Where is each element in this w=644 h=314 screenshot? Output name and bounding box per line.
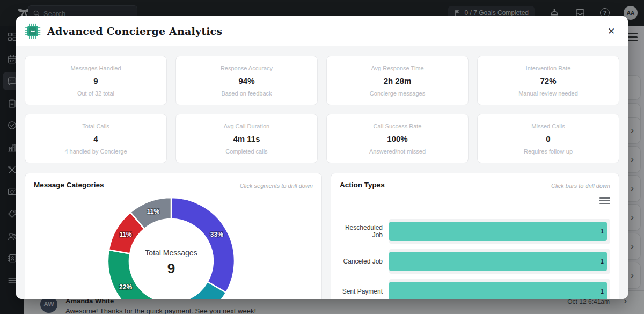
stat-subtext: Completed calls	[225, 148, 267, 155]
stat-card-messages-handled: Messages Handled9Out of 32 total	[25, 56, 167, 105]
stat-card-missed-calls: Missed Calls0Requires follow-up	[477, 114, 619, 163]
stat-value: 72%	[540, 76, 556, 85]
pie-segment-label: 11%	[119, 231, 132, 238]
donut-center-value: 9	[167, 260, 175, 276]
stat-card-call-success-rate: Call Success Rate100%Answered/not missed	[326, 114, 469, 163]
stat-subtext: Manual review needed	[518, 90, 578, 97]
analytics-modal: Advanced Concierge Analytics ✕ Messages …	[16, 16, 628, 299]
pie-segment-label: 11%	[147, 208, 160, 215]
charts-row: Message Categories Click segments to dri…	[25, 173, 619, 299]
stats-row-calls: Total Calls44 handled by Concierge Avg C…	[25, 114, 619, 163]
bar-value-label: 1	[601, 288, 604, 295]
pie-segment-label: 22%	[119, 283, 132, 291]
action-types-panel: Action Types Click bars to drill down Re…	[331, 173, 619, 299]
stat-card-avg-response-time: Avg Response Time2h 28mConcierge message…	[326, 56, 469, 105]
concierge-chip-icon	[25, 23, 41, 39]
message-categories-panel: Message Categories Click segments to dri…	[25, 173, 322, 299]
stat-subtext: Concierge messages	[370, 90, 425, 97]
bar[interactable]: 1	[389, 252, 607, 271]
bar-row: Sent Payment1	[340, 279, 610, 299]
bar-track: 1	[389, 249, 610, 274]
pie-segment[interactable]	[108, 250, 157, 299]
donut-chart: Total Messages 9 33%22%22%11%11%	[34, 196, 313, 299]
bar-category-label: Rescheduled Job	[340, 224, 389, 239]
modal-body: Messages Handled9Out of 32 total Respons…	[16, 46, 628, 299]
stat-value: 4m 11s	[233, 134, 260, 143]
bar-row: Rescheduled Job1	[340, 219, 610, 244]
stat-subtext: Out of 32 total	[77, 90, 114, 97]
stat-label: Avg Response Time	[371, 65, 423, 71]
stat-value: 2h 28m	[384, 76, 412, 85]
stat-subtext: Requires follow-up	[524, 148, 573, 155]
stat-subtext: Answered/not missed	[369, 148, 426, 155]
stat-value: 9	[93, 76, 98, 85]
bar-category-label: Canceled Job	[340, 258, 389, 265]
stat-value: 94%	[238, 76, 254, 85]
stat-label: Missed Calls	[531, 123, 565, 129]
modal-title: Advanced Concierge Analytics	[47, 25, 222, 37]
stat-label: Call Success Rate	[374, 123, 422, 129]
modal-header: Advanced Concierge Analytics ✕	[16, 16, 628, 46]
stat-card-total-calls: Total Calls44 handled by Concierge	[25, 114, 167, 163]
stat-label: Messages Handled	[70, 65, 121, 71]
stat-card-intervention-rate: Intervention Rate72%Manual review needed	[477, 56, 619, 105]
bar-chart: Rescheduled Job1Canceled Job1Sent Paymen…	[340, 219, 610, 299]
stat-value: 0	[546, 134, 550, 143]
pie-segment[interactable]	[171, 198, 235, 293]
stat-card-response-accuracy: Response Accuracy94%Based on feedback	[175, 56, 318, 105]
close-icon[interactable]: ✕	[603, 23, 619, 39]
bar-track: 1	[389, 279, 610, 299]
bar[interactable]: 1	[389, 222, 607, 241]
bar-track: 1	[389, 219, 610, 244]
stat-value: 100%	[387, 134, 407, 143]
stat-label: Total Calls	[82, 123, 109, 129]
pie-segment-label: 33%	[210, 231, 223, 238]
bar[interactable]: 1	[389, 282, 607, 299]
donut-center-label: Total Messages	[145, 249, 197, 257]
stats-row-messages: Messages Handled9Out of 32 total Respons…	[25, 56, 619, 105]
stat-subtext: Based on feedback	[221, 90, 272, 97]
chart-context-menu-icon[interactable]	[599, 197, 610, 204]
bar-row: Canceled Job1	[340, 249, 610, 274]
chart-hint: Click bars to drill down	[551, 182, 610, 189]
bar-category-label: Sent Payment	[340, 288, 389, 295]
stat-label: Avg Call Duration	[224, 123, 269, 129]
stat-label: Response Accuracy	[221, 65, 273, 71]
bar-value-label: 1	[601, 228, 604, 235]
stat-label: Intervention Rate	[526, 65, 571, 71]
chart-hint: Click segments to drill down	[240, 182, 313, 189]
stat-subtext: 4 handled by Concierge	[64, 148, 127, 155]
bar-value-label: 1	[601, 258, 604, 265]
stat-value: 4	[93, 134, 98, 143]
stat-card-avg-call-duration: Avg Call Duration4m 11sCompleted calls	[175, 114, 318, 163]
